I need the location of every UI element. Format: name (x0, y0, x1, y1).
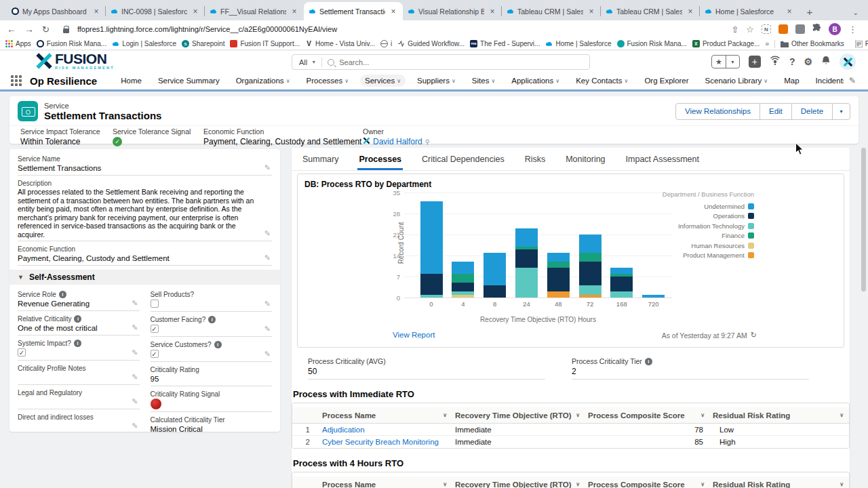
forward-icon[interactable]: → (24, 24, 34, 34)
edit-button[interactable]: Edit (760, 103, 792, 120)
bookmark-item[interactable]: Fusion Risk Mana... (37, 40, 106, 47)
delete-button[interactable]: Delete (791, 103, 833, 120)
edit-pencil-icon[interactable]: ✎ (264, 300, 271, 308)
other-bookmarks[interactable]: Other Bookmarks (781, 40, 844, 47)
bookmark-item[interactable]: Login | Salesforce (112, 40, 176, 47)
sort-chevron-icon[interactable]: ∨ (701, 412, 705, 418)
checkbox-unchecked[interactable] (151, 300, 159, 308)
tab-monitoring[interactable]: Monitoring (564, 149, 606, 170)
edit-pencil-icon[interactable]: ✎ (264, 325, 271, 333)
nav-item-map[interactable]: Map (779, 75, 804, 87)
extension-gray-icon[interactable] (795, 24, 805, 34)
bookmark-item[interactable]: XProduct Package... (692, 40, 760, 47)
help-icon[interactable]: ? (789, 56, 795, 67)
column-header[interactable]: Residual Risk Rating∨ (710, 407, 849, 423)
setup-gear-icon[interactable]: ⚙ (804, 56, 812, 67)
bookmark-item[interactable]: i (380, 40, 392, 47)
browser-tab[interactable]: FF__Visual Relationship Bro× (205, 2, 304, 20)
edit-pencil-icon[interactable]: ✎ (132, 373, 138, 382)
info-icon[interactable]: i (74, 340, 81, 347)
user-avatar[interactable] (840, 54, 856, 70)
browser-tab[interactable]: Tableau CRM | Salesforce× (601, 2, 700, 20)
column-header[interactable]: Residual Risk Rating∨ (710, 476, 849, 488)
nav-item-key-contacts[interactable]: Key Contacts∨ (571, 75, 633, 87)
info-icon[interactable]: i (645, 358, 652, 365)
tab-search-chevron-icon[interactable]: ⌄ (853, 9, 859, 16)
bookmarks-overflow-icon[interactable]: » (765, 40, 769, 47)
bookmark-item[interactable]: Fusion IT Support... (230, 40, 300, 47)
nav-item-scenario-library[interactable]: Scenario Library∨ (701, 75, 773, 87)
tab-close-icon[interactable]: × (389, 7, 398, 16)
page-scrollbar-thumb[interactable] (861, 148, 866, 291)
sort-chevron-icon[interactable]: ∨ (443, 481, 447, 487)
tab-close-icon[interactable]: × (92, 7, 101, 16)
notification-bell-icon[interactable] (821, 56, 831, 68)
app-launcher-icon[interactable] (11, 75, 22, 86)
tab-close-icon[interactable]: × (587, 7, 596, 16)
nav-item-service-summary[interactable]: Service Summary (153, 75, 224, 87)
quick-create-icon[interactable]: + (749, 56, 761, 68)
edit-pencil-icon[interactable]: ✎ (264, 253, 271, 262)
column-header[interactable]: Process Name∨ (319, 476, 452, 488)
browser-menu-icon[interactable]: ⋮ (848, 24, 857, 35)
new-tab-button[interactable]: + (802, 3, 818, 20)
column-header[interactable]: Recovery Time Objective (RTO)∨ (452, 407, 585, 423)
process-link[interactable]: Cyber Security Breach Monitoring (322, 438, 439, 446)
column-header[interactable]: Recovery Time Objective (RTO)∨ (452, 476, 585, 488)
sort-chevron-icon[interactable]: ∨ (840, 481, 844, 487)
sort-chevron-icon[interactable]: ∨ (701, 481, 705, 487)
nav-item-sites[interactable]: Sites∨ (467, 75, 500, 87)
browser-tab[interactable]: Visual Relationship Browser× (403, 2, 502, 20)
owner-link[interactable]: David Halford (373, 137, 422, 146)
sort-chevron-icon[interactable]: ∨ (576, 412, 580, 418)
bookmark-star-icon[interactable]: ☆ (746, 24, 754, 35)
browser-tab[interactable]: Tableau CRM | Salesforce× (502, 2, 601, 20)
edit-pencil-icon[interactable]: ✎ (132, 323, 138, 332)
edit-pencil-icon[interactable]: ✎ (132, 397, 138, 406)
nav-item-organizations[interactable]: Organizations∨ (231, 75, 295, 87)
tab-summary[interactable]: Summary (301, 149, 340, 170)
tab-close-icon[interactable]: × (191, 7, 200, 16)
edit-pencil-icon[interactable]: ✎ (264, 229, 271, 238)
tab-close-icon[interactable]: × (488, 7, 497, 16)
view-relationships-button[interactable]: View Relationships (675, 103, 760, 120)
tab-risks[interactable]: Risks (524, 149, 547, 170)
nav-item-incidents[interactable]: Incidents∨ (811, 75, 844, 87)
browser-tab[interactable]: Settlement Transactions | S× (304, 2, 403, 20)
nav-item-org-explorer[interactable]: Org Explorer (639, 75, 693, 87)
view-report-link[interactable]: View Report (393, 331, 435, 339)
share-icon[interactable]: ⇧ (731, 24, 738, 35)
edit-pencil-icon[interactable]: ✎ (132, 422, 138, 430)
bookmark-item[interactable]: Home | Salesforce (545, 40, 611, 47)
edit-pencil-icon[interactable]: ✎ (132, 348, 138, 357)
tab-critical-dependencies[interactable]: Critical Dependencies (420, 149, 506, 170)
reload-icon[interactable]: ↻ (42, 25, 50, 34)
edit-pencil-icon[interactable]: ✎ (264, 163, 271, 172)
browser-profile-avatar[interactable]: B (829, 23, 841, 35)
bookmark-item[interactable]: SSharepoint (182, 40, 224, 47)
edit-pencil-icon[interactable]: ✎ (264, 350, 271, 359)
extension-orange-icon[interactable] (778, 24, 788, 34)
info-icon[interactable]: i (74, 315, 81, 323)
refresh-icon[interactable]: ↻ (751, 331, 757, 340)
column-header[interactable]: Process Name∨ (319, 407, 452, 423)
checkbox-checked[interactable]: ✓ (151, 325, 159, 333)
info-icon[interactable]: i (208, 316, 216, 323)
edit-pencil-icon[interactable]: ✎ (132, 299, 138, 308)
bookmark-item[interactable]: VHome - Vista Univ... (305, 40, 375, 47)
browser-tab[interactable]: My Apps Dashboard | Fusio× (7, 2, 106, 20)
bookmark-item[interactable]: Guided Workflow... (397, 40, 465, 47)
search-input[interactable] (339, 58, 589, 66)
checkbox-checked[interactable]: ✓ (151, 350, 159, 358)
nav-item-applications[interactable]: Applications∨ (507, 75, 564, 87)
more-actions-caret-icon[interactable]: ▼ (832, 103, 850, 120)
tab-processes[interactable]: Processes (357, 149, 403, 170)
tab-close-icon[interactable]: × (785, 7, 794, 16)
nav-item-home[interactable]: Home (116, 75, 146, 87)
tab-close-icon[interactable]: × (290, 7, 299, 16)
extensions-puzzle-icon[interactable] (812, 24, 821, 35)
search-scope-caret-icon[interactable]: ▼ (311, 60, 316, 64)
bookmark-item[interactable]: FRBThe Fed - Supervi... (470, 40, 540, 47)
nav-item-processes[interactable]: Processes∨ (301, 75, 353, 87)
browser-tab[interactable]: Home | Salesforce× (700, 2, 799, 20)
